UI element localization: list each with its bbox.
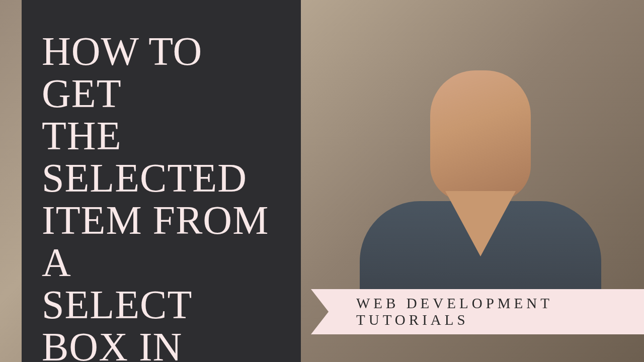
ribbon-notch	[311, 289, 329, 334]
ribbon-body: WEB DEVELOPMENT TUTORIALS	[329, 289, 644, 334]
presenter-photo	[367, 40, 594, 322]
banner-text: WEB DEVELOPMENT TUTORIALS	[356, 295, 644, 328]
video-title: HOW TO GET THE SELECTED ITEM FROM A SELE…	[42, 30, 281, 362]
ribbon-banner: WEB DEVELOPMENT TUTORIALS	[311, 289, 644, 334]
title-panel: HOW TO GET THE SELECTED ITEM FROM A SELE…	[22, 0, 301, 362]
